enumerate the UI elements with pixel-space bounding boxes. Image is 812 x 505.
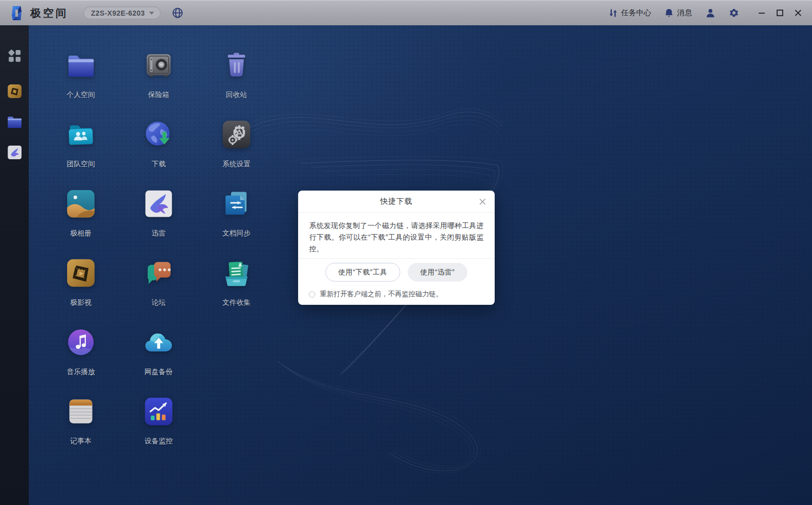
bell-icon <box>664 8 674 18</box>
task-center-button[interactable]: 任务中心 <box>609 8 651 18</box>
app-label: 文档同步 <box>222 229 251 238</box>
app-logo: 极空间 <box>9 5 68 21</box>
no-monitor-radio[interactable] <box>309 291 315 298</box>
app-recycle-bin[interactable]: 回收站 <box>198 50 275 119</box>
system-settings-icon <box>222 120 251 149</box>
minimize-icon <box>758 10 765 16</box>
app-label: 团队空间 <box>67 160 95 169</box>
app-label: 设备监控 <box>145 437 173 446</box>
globe-icon <box>172 7 183 19</box>
notepad-icon <box>66 397 95 426</box>
app-safe[interactable]: 保险箱 <box>120 50 198 119</box>
app-cloud-backup[interactable]: 网盘备份 <box>120 327 198 396</box>
app-notepad[interactable]: 记事本 <box>42 396 120 465</box>
sidebar-item-files[interactable] <box>7 114 22 131</box>
recycle-bin-icon <box>222 51 251 80</box>
app-label: 文件收集 <box>222 298 251 307</box>
sidebar-item-movies[interactable] <box>7 84 22 101</box>
zspace-logo-icon <box>9 5 24 21</box>
dialog-header: 快捷下载 <box>298 191 495 213</box>
app-label: 系统设置 <box>222 160 251 169</box>
app-device-monitor[interactable]: 设备监控 <box>120 396 198 465</box>
dialog-title: 快捷下载 <box>380 197 413 206</box>
thunder-mini-icon <box>7 145 22 160</box>
sidebar-item-app-grid[interactable] <box>7 48 22 66</box>
quick-download-dialog: 快捷下载 系统发现你复制了一个磁力链，请选择采用哪种工具进行下载。你可以在“下载… <box>298 191 495 305</box>
thunder-icon <box>144 189 173 218</box>
app-doc-sync[interactable]: 文档同步 <box>198 188 275 257</box>
app-music[interactable]: 音乐播放 <box>42 327 120 396</box>
chevron-down-icon <box>149 12 154 15</box>
maximize-icon <box>777 10 783 16</box>
movies-icon <box>66 258 95 288</box>
close-icon <box>479 198 486 205</box>
app-label: 极影视 <box>70 298 91 307</box>
app-personal-space[interactable]: 个人空间 <box>42 50 120 119</box>
use-thunder-button[interactable]: 使用“迅雷” <box>408 263 467 282</box>
photo-album-icon <box>66 189 95 218</box>
title-bar: 极空间 Z2S-X92E-6203 任务中心 <box>0 0 812 25</box>
device-monitor-icon <box>144 397 173 426</box>
dialog-buttons: 使用“下载”工具 使用“迅雷” <box>309 263 484 282</box>
sidebar <box>0 25 29 505</box>
transfer-arrows-icon <box>609 9 617 18</box>
safe-icon <box>144 51 173 80</box>
network-globe-button[interactable] <box>172 7 183 19</box>
app-download[interactable]: 下载 <box>120 119 198 188</box>
dialog-body: 系统发现你复制了一个磁力链，请选择采用哪种工具进行下载。你可以在“下载”工具的设… <box>298 213 495 259</box>
dialog-message: 系统发现你复制了一个磁力链，请选择采用哪种工具进行下载。你可以在“下载”工具的设… <box>309 220 484 255</box>
close-window-button[interactable] <box>789 4 807 22</box>
device-name: Z2S-X92E-6203 <box>91 9 145 17</box>
app-grid: 个人空间 保险箱 <box>42 50 275 465</box>
cloud-backup-icon <box>144 328 173 357</box>
app-label: 保险箱 <box>148 90 169 100</box>
app-file-collect[interactable]: 文件收集 <box>198 257 275 327</box>
app-label: 网盘备份 <box>145 368 173 377</box>
app-label: 论坛 <box>152 298 166 307</box>
team-space-icon <box>66 120 95 149</box>
forum-icon <box>144 258 173 288</box>
app-label: 极相册 <box>70 229 91 238</box>
user-icon <box>705 8 715 18</box>
app-label: 回收站 <box>226 90 247 100</box>
minimize-button[interactable] <box>752 4 771 22</box>
app-title: 极空间 <box>30 6 68 20</box>
movies-mini-icon <box>7 84 22 99</box>
app-movies[interactable]: 极影视 <box>42 257 120 327</box>
no-monitor-option: 重新打开客户端之前，不再监控磁力链。 <box>309 290 484 299</box>
music-icon <box>66 328 95 357</box>
app-thunder[interactable]: 迅雷 <box>120 188 198 257</box>
app-photo-album[interactable]: 极相册 <box>42 188 120 257</box>
app-label: 下载 <box>152 160 166 169</box>
settings-button[interactable] <box>729 8 739 18</box>
app-forum[interactable]: 论坛 <box>120 257 198 327</box>
app-system-settings[interactable]: 系统设置 <box>198 119 275 188</box>
messages-label: 消息 <box>677 8 692 18</box>
folder-mini-icon <box>7 114 22 129</box>
no-monitor-label[interactable]: 重新打开客户端之前，不再监控磁力链。 <box>320 290 443 299</box>
app-label: 音乐播放 <box>67 368 95 377</box>
app-label: 个人空间 <box>67 90 95 100</box>
app-label: 迅雷 <box>152 229 166 238</box>
window-controls <box>752 4 807 22</box>
app-grid-icon <box>7 48 22 64</box>
dialog-close-button[interactable] <box>477 196 488 207</box>
dialog-footer: 使用“下载”工具 使用“迅雷” 重新打开客户端之前，不再监控磁力链。 <box>298 259 495 305</box>
user-account-button[interactable] <box>705 8 715 18</box>
sidebar-item-thunder[interactable] <box>7 145 22 162</box>
use-download-tool-button[interactable]: 使用“下载”工具 <box>325 263 400 282</box>
task-center-label: 任务中心 <box>621 8 651 18</box>
app-team-space[interactable]: 团队空间 <box>42 119 120 188</box>
download-icon <box>144 120 173 149</box>
device-selector[interactable]: Z2S-X92E-6203 <box>83 7 161 19</box>
close-icon <box>795 10 801 16</box>
app-label: 记事本 <box>70 437 91 446</box>
file-collect-icon <box>222 258 251 288</box>
maximize-button[interactable] <box>771 4 789 22</box>
messages-button[interactable]: 消息 <box>664 8 692 18</box>
gear-icon <box>729 8 739 18</box>
doc-sync-icon <box>222 189 251 218</box>
personal-space-icon <box>66 51 95 80</box>
